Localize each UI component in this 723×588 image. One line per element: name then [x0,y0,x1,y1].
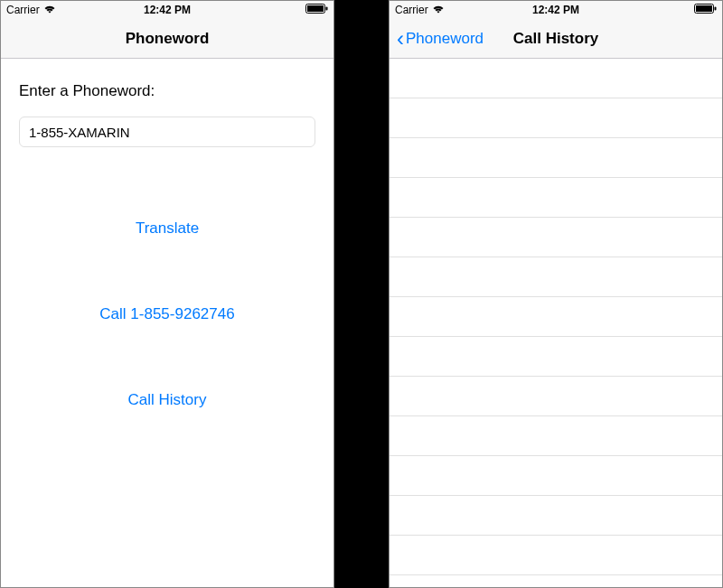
carrier-label: Carrier [6,4,40,16]
table-row[interactable] [390,98,722,138]
phone-screen-history: Carrier 12:42 PM ‹ Phoneword Call Histor… [389,0,723,588]
table-row[interactable] [390,257,722,297]
status-right [305,4,328,16]
svg-rect-4 [696,5,712,12]
table-row[interactable] [390,536,722,575]
status-left: Carrier [6,4,56,16]
svg-rect-5 [715,7,717,11]
battery-icon [305,4,328,16]
chevron-left-icon: ‹ [397,28,404,50]
nav-bar: Phoneword [1,19,333,59]
wifi-icon [43,4,56,16]
back-button[interactable]: ‹ Phoneword [397,28,484,50]
phoneword-input[interactable] [19,117,315,147]
phone-screen-main: Carrier 12:42 PM Phoneword Enter a Phone… [0,0,334,588]
nav-bar: ‹ Phoneword Call History [390,19,722,59]
status-time: 12:42 PM [144,4,191,16]
battery-icon [694,4,717,16]
status-time: 12:42 PM [532,4,579,16]
status-right [694,4,717,16]
wifi-icon [432,4,445,16]
nav-title: Phoneword [126,30,210,48]
table-row[interactable] [390,496,722,536]
translate-button[interactable]: Translate [19,210,315,247]
back-label: Phoneword [406,30,484,48]
call-button[interactable]: Call 1-855-9262746 [19,296,315,332]
table-row[interactable] [390,297,722,337]
table-row[interactable] [390,59,722,98]
call-history-button[interactable]: Call History [19,382,315,418]
nav-title: Call History [513,30,598,48]
main-content: Enter a Phoneword: Translate Call 1-855-… [1,59,333,587]
call-history-table[interactable] [390,59,722,587]
table-row[interactable] [390,377,722,416]
table-row[interactable] [390,416,722,456]
table-row[interactable] [390,337,722,377]
status-bar: Carrier 12:42 PM [1,1,333,19]
table-row[interactable] [390,456,722,496]
status-bar: Carrier 12:42 PM [390,1,722,19]
svg-rect-1 [307,5,324,12]
enter-phoneword-label: Enter a Phoneword: [19,82,315,100]
carrier-label: Carrier [395,4,428,16]
svg-rect-2 [326,7,328,11]
table-row[interactable] [390,178,722,218]
table-row[interactable] [390,138,722,178]
status-left: Carrier [395,4,445,16]
table-row[interactable] [390,218,722,257]
